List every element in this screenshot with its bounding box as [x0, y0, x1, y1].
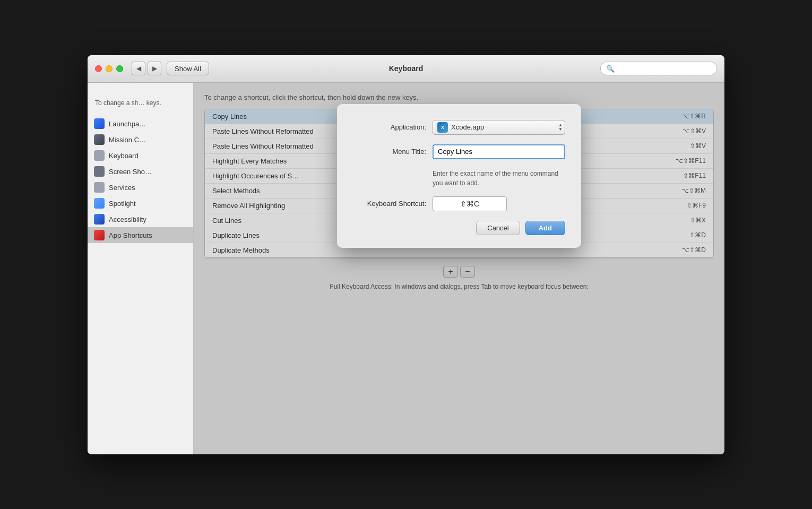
keyboard-icon — [94, 150, 105, 161]
sidebar-item-label: Keyboard — [109, 152, 139, 160]
sidebar-item-screenshot[interactable]: Screen Sho… — [88, 163, 193, 179]
appshortcuts-icon — [94, 230, 105, 240]
titlebar: ◀ ▶ Show All Keyboard 🔍 — [88, 55, 724, 83]
sidebar: To change a sh… keys. Launchpa… Mission … — [88, 83, 194, 454]
accessibility-icon — [94, 214, 105, 225]
modal-overlay: Application: X Xcode.app ▲ ▼ Menu Titl — [194, 83, 724, 454]
sidebar-item-label: Spotlight — [109, 200, 136, 208]
sidebar-item-label: Accessibility — [109, 215, 146, 223]
modal-actions: Cancel Add — [353, 221, 565, 235]
sidebar-item-label: Mission C… — [109, 136, 146, 144]
sidebar-item-keyboard[interactable]: Keyboard — [88, 148, 193, 163]
search-icon: 🔍 — [606, 65, 615, 73]
add-button[interactable]: Add — [525, 221, 565, 235]
sidebar-item-spotlight[interactable]: Spotlight — [88, 195, 193, 211]
cancel-button[interactable]: Cancel — [476, 221, 520, 235]
application-value: Xcode.app — [451, 123, 560, 131]
services-icon — [94, 182, 105, 193]
shortcut-value: ⇧⌘C — [460, 200, 479, 208]
show-all-button[interactable]: Show All — [167, 62, 209, 75]
menu-title-label: Menu Title: — [353, 148, 433, 156]
minimize-button[interactable] — [106, 65, 113, 72]
menu-title-row: Menu Title: — [353, 144, 565, 159]
application-select[interactable]: X Xcode.app ▲ ▼ — [433, 120, 565, 135]
content-area: To change a sh… keys. Launchpa… Mission … — [88, 83, 724, 454]
sidebar-item-label: App Shortcuts — [109, 231, 152, 239]
application-stepper[interactable]: ▲ ▼ — [558, 123, 563, 132]
sidebar-item-mission[interactable]: Mission C… — [88, 132, 193, 148]
keyboard-shortcut-row: Keyboard Shortcut: ⇧⌘C — [353, 196, 565, 211]
main-window: ◀ ▶ Show All Keyboard 🔍 To change a sh… … — [88, 55, 724, 454]
spotlight-icon — [94, 198, 105, 209]
stepper-down-icon[interactable]: ▼ — [558, 127, 563, 132]
menu-title-input[interactable] — [433, 144, 565, 159]
sidebar-item-services[interactable]: Services — [88, 179, 193, 195]
menu-title-hint: Enter the exact name of the menu command… — [433, 169, 565, 188]
back-button[interactable]: ◀ — [132, 62, 145, 75]
window-title: Keyboard — [389, 64, 424, 73]
traffic-lights — [95, 65, 123, 72]
launchpad-icon — [94, 118, 105, 129]
keyboard-shortcut-label: Keyboard Shortcut: — [353, 200, 433, 208]
sidebar-item-launchpad[interactable]: Launchpa… — [88, 116, 193, 132]
sidebar-item-label: Screen Sho… — [109, 168, 152, 176]
sidebar-description: To change a sh… keys. — [88, 93, 193, 116]
sidebar-item-accessibility[interactable]: Accessibility — [88, 211, 193, 227]
application-row: Application: X Xcode.app ▲ ▼ — [353, 120, 565, 135]
mission-icon — [94, 134, 105, 145]
close-button[interactable] — [95, 65, 102, 72]
screenshot-icon — [94, 166, 105, 177]
sidebar-item-label: Services — [109, 184, 135, 192]
nav-buttons: ◀ ▶ — [132, 62, 161, 75]
main-content: To change a shortcut, click the shortcut… — [194, 83, 724, 454]
xcode-icon: X — [437, 122, 448, 133]
search-box[interactable]: 🔍 — [600, 62, 717, 75]
sidebar-item-label: Launchpa… — [109, 120, 146, 128]
sidebar-item-appshortcuts[interactable]: App Shortcuts — [88, 227, 193, 243]
add-shortcut-modal: Application: X Xcode.app ▲ ▼ Menu Titl — [337, 104, 581, 248]
search-input[interactable] — [618, 65, 711, 73]
maximize-button[interactable] — [116, 65, 123, 72]
application-label: Application: — [353, 123, 433, 131]
sidebar-list: Launchpa… Mission C… Keyboard Screen Sho… — [88, 116, 193, 243]
forward-button[interactable]: ▶ — [148, 62, 161, 75]
keyboard-shortcut-input[interactable]: ⇧⌘C — [433, 196, 507, 211]
